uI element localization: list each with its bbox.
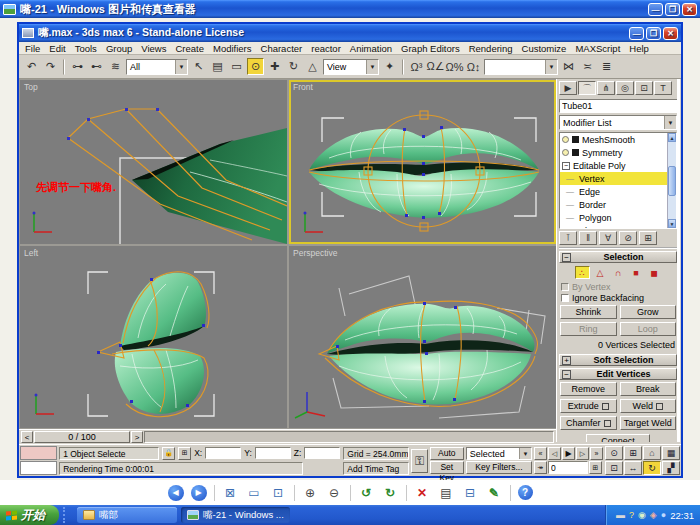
soft-selection-rollout-header[interactable]: +Soft Selection xyxy=(559,354,677,366)
stack-item-element[interactable]: —Element xyxy=(560,224,676,229)
rect-region-icon[interactable]: ▭ xyxy=(228,58,245,75)
taskbar-item-viewer[interactable]: 嘴-21 - Windows ... xyxy=(181,507,290,523)
z-coordinate-field[interactable] xyxy=(304,447,340,459)
percent-snap-icon[interactable]: Ω% xyxy=(446,58,463,75)
go-to-start-button[interactable]: « xyxy=(534,447,547,460)
stack-scrollbar[interactable]: ▲▼ xyxy=(667,133,676,228)
select-rotate-icon[interactable]: ↻ xyxy=(285,58,302,75)
select-by-name-icon[interactable]: ▤ xyxy=(209,58,226,75)
stack-item-edge[interactable]: —Edge xyxy=(560,185,676,198)
set-key-button[interactable]: Set Key xyxy=(430,461,464,474)
connect-button[interactable]: Connect xyxy=(586,434,650,442)
time-configuration-button[interactable]: ⊞ xyxy=(589,461,602,474)
redo-icon[interactable]: ↷ xyxy=(42,58,59,75)
menu-item[interactable]: Create xyxy=(175,43,204,54)
absolute-offset-toggle[interactable]: ⊞ xyxy=(178,447,191,460)
print-icon[interactable]: ▤ xyxy=(438,484,455,501)
window-crossing-icon[interactable]: ⊙ xyxy=(247,58,264,75)
border-icon[interactable]: ∩ xyxy=(611,266,626,279)
selection-rollout-header[interactable]: −Selection xyxy=(559,251,677,263)
y-coordinate-field[interactable] xyxy=(255,447,291,459)
previous-image-icon[interactable]: ◀ xyxy=(168,485,184,501)
actual-size-icon[interactable]: ▭ xyxy=(246,484,263,501)
polygon-icon[interactable]: ■ xyxy=(629,266,644,279)
start-button[interactable]: 开始 xyxy=(0,505,59,525)
settings-icon[interactable] xyxy=(604,420,611,427)
rotate-ccw-icon[interactable]: ↺ xyxy=(358,484,375,501)
motion-tab-icon[interactable]: ◎ xyxy=(616,81,634,95)
zoom-all-icon[interactable]: ⊞ xyxy=(624,446,642,460)
chamfer-button[interactable]: Chamfer xyxy=(560,416,617,430)
hierarchy-tab-icon[interactable]: ⋔ xyxy=(597,81,615,95)
menu-item[interactable]: Graph Editors xyxy=(401,43,460,54)
keyable-dropdown[interactable]: Selected▼ xyxy=(466,447,532,460)
mirror-icon[interactable]: ⋈ xyxy=(560,58,577,75)
collapse-icon[interactable]: − xyxy=(562,162,570,170)
menu-item[interactable]: Rendering xyxy=(469,43,513,54)
stack-item-border[interactable]: —Border xyxy=(560,198,676,211)
timeline-prev-button[interactable]: < xyxy=(21,431,33,443)
rotate-cw-icon[interactable]: ↻ xyxy=(382,484,399,501)
lightbulb-icon[interactable] xyxy=(562,149,569,156)
max-close-button[interactable]: ✕ xyxy=(663,27,678,40)
settings-icon[interactable] xyxy=(656,403,663,410)
tray-volume-icon[interactable]: ◈ xyxy=(650,511,657,520)
spinner-snap-icon[interactable]: Ω↕ xyxy=(465,58,482,75)
next-frame-button[interactable]: ▷ xyxy=(576,447,589,460)
tray-device-icon[interactable]: ▬ xyxy=(616,511,625,520)
stack-item-polygon[interactable]: —Polygon xyxy=(560,211,676,224)
viewer-close-button[interactable]: ✕ xyxy=(682,3,697,16)
max-minimize-button[interactable]: — xyxy=(629,27,644,40)
viewport-top[interactable]: Top xyxy=(20,80,287,244)
create-tab-icon[interactable]: ▶ xyxy=(559,81,577,95)
named-selection-sets-dropdown[interactable]: ▼ xyxy=(484,59,558,75)
edge-icon[interactable]: △ xyxy=(593,266,608,279)
add-time-tag[interactable]: Add Time Tag xyxy=(343,462,409,475)
zoom-out-icon[interactable]: ⊖ xyxy=(326,484,343,501)
menu-item[interactable]: MAXScript xyxy=(575,43,620,54)
scroll-down-icon[interactable]: ▼ xyxy=(668,219,676,228)
stack-item-editable-poly[interactable]: −Editable Poly xyxy=(560,159,676,172)
zoom-icon[interactable]: ⊙ xyxy=(605,446,623,460)
align-icon[interactable]: ≍ xyxy=(579,58,596,75)
select-scale-icon[interactable]: △ xyxy=(304,58,321,75)
x-coordinate-field[interactable] xyxy=(205,447,241,459)
delete-icon[interactable]: ✕ xyxy=(414,484,431,501)
edit-vertices-rollout-header[interactable]: −Edit Vertices xyxy=(559,368,677,380)
maxscript-mini-listener[interactable] xyxy=(20,446,57,475)
element-icon[interactable]: ◼ xyxy=(647,266,662,279)
extrude-button[interactable]: Extrude xyxy=(560,399,617,413)
selection-lock-button[interactable]: 🔒 xyxy=(162,447,175,460)
make-unique-icon[interactable]: ∀ xyxy=(599,231,617,245)
break-button[interactable]: Break xyxy=(620,382,677,396)
pan-icon[interactable]: ↔ xyxy=(624,461,642,475)
taskbar-item-folder[interactable]: 嘴部 xyxy=(77,507,177,523)
vertex-icon[interactable]: ∴ xyxy=(575,266,590,279)
auto-key-button[interactable]: Auto Key xyxy=(430,447,464,460)
scroll-up-icon[interactable]: ▲ xyxy=(668,133,676,142)
menu-item[interactable]: Views xyxy=(141,43,166,54)
show-end-result-icon[interactable]: ‖ xyxy=(579,231,597,245)
undo-icon[interactable]: ↶ xyxy=(23,58,40,75)
menu-item[interactable]: Customize xyxy=(522,43,567,54)
listener-macro-row[interactable] xyxy=(20,446,57,460)
max-maximize-button[interactable]: ❐ xyxy=(646,27,661,40)
stack-item-vertex[interactable]: —Vertex xyxy=(560,172,676,185)
reference-coordinate-dropdown[interactable]: View▼ xyxy=(323,59,379,75)
by-vertex-checkbox[interactable]: By Vertex xyxy=(559,281,677,292)
ring-button[interactable]: Ring xyxy=(560,322,617,336)
menu-item[interactable]: Group xyxy=(106,43,132,54)
layer-manager-icon[interactable]: ≣ xyxy=(598,58,615,75)
loop-button[interactable]: Loop xyxy=(620,322,677,336)
zoom-extents-icon[interactable]: ⌂ xyxy=(643,446,661,460)
select-move-icon[interactable]: ✚ xyxy=(266,58,283,75)
slideshow-icon[interactable]: ⊡ xyxy=(270,484,287,501)
best-fit-icon[interactable]: ⊠ xyxy=(222,484,239,501)
ignore-backfacing-checkbox[interactable]: Ignore Backfacing xyxy=(559,292,677,303)
selection-filter-dropdown[interactable]: All▼ xyxy=(126,59,188,75)
menu-item[interactable]: Modifiers xyxy=(213,43,252,54)
utilities-tab-icon[interactable]: T xyxy=(654,81,672,95)
select-link-icon[interactable]: ⊶ xyxy=(69,58,86,75)
time-slider[interactable]: 0 / 100 xyxy=(34,431,130,443)
grow-button[interactable]: Grow xyxy=(620,305,677,319)
